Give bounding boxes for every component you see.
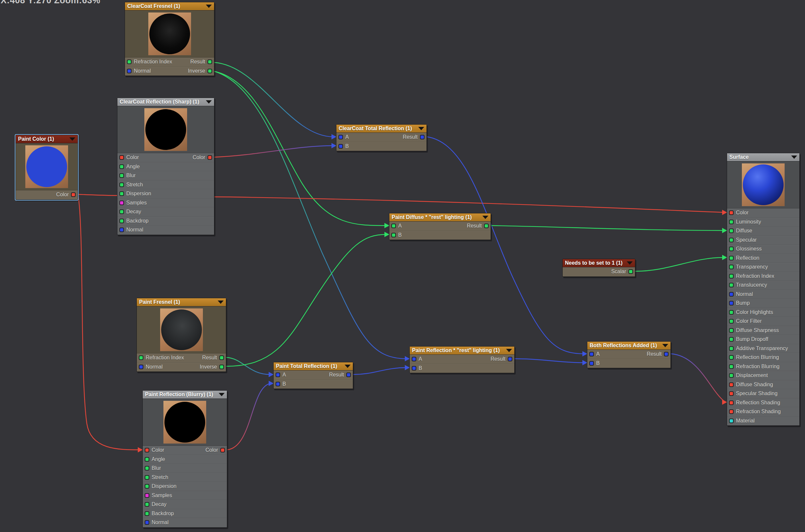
wire-needs-to-be-set-to-1.scalar-to-surface.reflection[interactable] — [635, 258, 724, 271]
wire-clearcoat-total-reflection.result-to-both-reflections-added.a[interactable] — [427, 137, 584, 354]
socket-in-reflection-blurring[interactable] — [729, 355, 734, 360]
socket-in-blur[interactable] — [119, 173, 124, 178]
socket-in-material[interactable] — [729, 419, 734, 423]
node-clearcoat-total-reflection[interactable]: ClearCoat Total Reflection (1)AResultB — [336, 124, 427, 151]
socket-out-scalar[interactable] — [628, 269, 633, 274]
socket-in-normal[interactable] — [145, 520, 149, 525]
collapse-arrow-icon[interactable] — [791, 155, 797, 159]
socket-in-color[interactable] — [145, 448, 149, 452]
node-clearcoat-fresnel[interactable]: ClearCoat Fresnel (1)Refraction IndexRes… — [124, 2, 214, 76]
socket-in-additive-transparency[interactable] — [729, 346, 734, 351]
collapse-arrow-icon[interactable] — [482, 216, 488, 219]
socket-in-color-filter[interactable] — [729, 319, 734, 324]
node-clearcoat-reflection-sharp[interactable]: ClearCoat Reflection (Sharp) (1)ColorCol… — [117, 98, 214, 235]
wire-clearcoat-reflection-sharp.color-to-clearcoat-total-reflection.b[interactable] — [214, 146, 333, 157]
node-paint-reflection-rest-lighting[interactable]: Paint Reflection * "rest" lighting (1)AR… — [409, 346, 515, 373]
socket-in-refraction-shading[interactable] — [729, 410, 734, 414]
socket-out-result[interactable] — [208, 59, 212, 64]
socket-in-a[interactable] — [338, 135, 343, 139]
socket-in-stretch[interactable] — [145, 475, 149, 480]
node-paint-total-reflection[interactable]: Paint Total Reflection (1)AResultB — [273, 362, 353, 389]
socket-in-specular[interactable] — [729, 238, 734, 242]
socket-in-blur[interactable] — [145, 466, 149, 471]
collapse-arrow-icon[interactable] — [218, 301, 224, 304]
socket-in-backdrop[interactable] — [145, 511, 149, 516]
node-paint-diffuse-rest-lighting[interactable]: Paint Diffuse * "rest" lighting (1)AResu… — [389, 213, 491, 240]
socket-in-translucency[interactable] — [729, 283, 734, 287]
socket-in-bump[interactable] — [729, 301, 734, 305]
socket-in-normal[interactable] — [139, 365, 143, 369]
socket-in-angle[interactable] — [145, 457, 149, 462]
node-titlebar[interactable]: Surface — [727, 153, 800, 162]
node-titlebar[interactable]: ClearCoat Fresnel (1) — [125, 2, 214, 11]
node-titlebar[interactable]: Paint Color (1) — [16, 135, 78, 144]
node-needs-to-be-set-to-1[interactable]: Needs to be set to 1 (1)Scalar — [562, 259, 635, 277]
socket-in-a[interactable] — [412, 357, 416, 361]
socket-out-result[interactable] — [346, 373, 351, 377]
node-titlebar[interactable]: ClearCoat Total Reflection (1) — [337, 125, 426, 133]
socket-in-b[interactable] — [412, 366, 416, 370]
socket-out-result[interactable] — [664, 352, 669, 357]
wire-clearcoat-fresnel.inverse-to-paint-reflection-rest-lighting.a[interactable] — [214, 71, 407, 359]
collapse-arrow-icon[interactable] — [206, 5, 212, 8]
socket-in-b[interactable] — [275, 382, 280, 386]
node-paint-fresnel[interactable]: Paint Fresnel (1)Refraction IndexResultN… — [136, 298, 226, 372]
socket-in-backdrop[interactable] — [119, 218, 124, 223]
socket-in-diffuse[interactable] — [729, 229, 734, 233]
socket-in-a[interactable] — [589, 352, 594, 357]
node-editor-canvas[interactable]: X:408 Y:270 Zoom:63% ClearCoat Fresnel (… — [0, 0, 805, 532]
socket-in-bump-dropoff[interactable] — [729, 337, 734, 342]
socket-out-color[interactable] — [208, 155, 212, 160]
node-surface[interactable]: SurfaceColorLuminosityDiffuseSpecularGlo… — [727, 153, 800, 426]
socket-in-reflection-shading[interactable] — [729, 400, 734, 405]
node-titlebar[interactable]: ClearCoat Reflection (Sharp) (1) — [117, 98, 214, 106]
collapse-arrow-icon[interactable] — [345, 365, 350, 368]
socket-in-b[interactable] — [391, 233, 396, 238]
node-titlebar[interactable]: Paint Total Reflection (1) — [274, 362, 353, 370]
wire-both-reflections-added.result-to-surface.reflection-shading[interactable] — [671, 354, 724, 401]
node-titlebar[interactable]: Paint Fresnel (1) — [137, 298, 226, 306]
socket-in-samples[interactable] — [145, 493, 149, 498]
socket-in-dispersion[interactable] — [119, 191, 124, 196]
collapse-arrow-icon[interactable] — [506, 349, 512, 352]
socket-in-refraction-blurring[interactable] — [729, 364, 734, 369]
node-both-reflections-added[interactable]: Both Reflections Added (1)AResultB — [587, 341, 671, 368]
wire-paint-total-reflection.result-to-paint-reflection-rest-lighting.b[interactable] — [353, 367, 407, 375]
socket-in-color[interactable] — [119, 155, 124, 160]
socket-in-refraction-index[interactable] — [729, 274, 734, 279]
socket-in-luminosity[interactable] — [729, 220, 734, 224]
collapse-arrow-icon[interactable] — [219, 393, 225, 396]
socket-out-result[interactable] — [219, 356, 224, 360]
socket-in-samples[interactable] — [119, 201, 124, 205]
wire-paint-reflection-rest-lighting.result-to-both-reflections-added.b[interactable] — [515, 359, 584, 363]
collapse-arrow-icon[interactable] — [418, 127, 424, 130]
socket-in-normal[interactable] — [729, 292, 734, 297]
socket-in-color-highlights[interactable] — [729, 310, 734, 315]
socket-out-result[interactable] — [420, 135, 424, 139]
socket-in-normal[interactable] — [127, 69, 132, 73]
socket-out-result[interactable] — [484, 224, 488, 228]
node-paint-reflection-blurry[interactable]: Paint Reflection (Blurry) (1)ColorColorA… — [142, 390, 227, 528]
socket-in-stretch[interactable] — [119, 183, 124, 187]
socket-in-refraction-index[interactable] — [139, 356, 143, 360]
collapse-arrow-icon[interactable] — [206, 100, 212, 103]
socket-in-displacement[interactable] — [729, 373, 734, 378]
node-paint-color[interactable]: Paint Color (1)Color — [16, 135, 78, 200]
collapse-arrow-icon[interactable] — [627, 261, 633, 265]
collapse-arrow-icon[interactable] — [662, 344, 668, 347]
socket-in-transparency[interactable] — [729, 265, 734, 269]
socket-in-glossiness[interactable] — [729, 247, 734, 251]
node-titlebar[interactable]: Paint Reflection (Blurry) (1) — [143, 391, 227, 399]
socket-in-a[interactable] — [275, 373, 280, 377]
socket-out-color[interactable] — [220, 448, 225, 452]
socket-in-normal[interactable] — [119, 228, 124, 232]
socket-in-dispersion[interactable] — [145, 484, 149, 489]
socket-in-color[interactable] — [729, 210, 734, 215]
wire-paint-reflection-blurry.color-to-paint-total-reflection.b[interactable] — [227, 383, 271, 450]
collapse-arrow-icon[interactable] — [70, 137, 75, 141]
socket-in-b[interactable] — [589, 361, 594, 366]
socket-in-a[interactable] — [391, 224, 396, 228]
node-titlebar[interactable]: Paint Reflection * "rest" lighting (1) — [410, 346, 514, 355]
socket-out-inverse[interactable] — [208, 69, 212, 73]
node-titlebar[interactable]: Needs to be set to 1 (1) — [563, 259, 635, 267]
